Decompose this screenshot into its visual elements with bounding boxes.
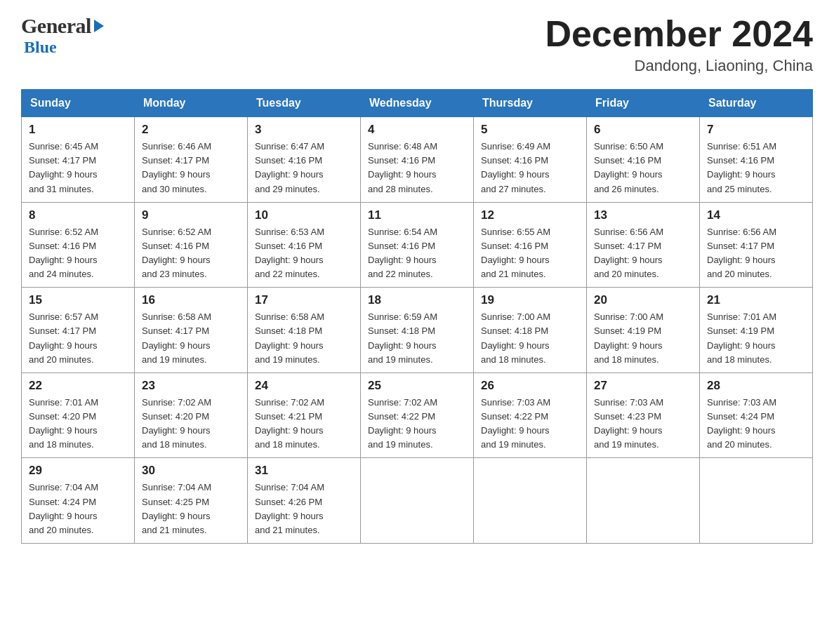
day-info: Sunrise: 6:49 AMSunset: 4:16 PMDaylight:… <box>481 140 579 196</box>
day-cell: 7Sunrise: 6:51 AMSunset: 4:16 PMDaylight… <box>700 117 813 203</box>
day-cell: 9Sunrise: 6:52 AMSunset: 4:16 PMDaylight… <box>135 202 248 288</box>
weekday-header-saturday: Saturday <box>700 90 813 117</box>
day-number: 18 <box>368 293 466 307</box>
day-info: Sunrise: 7:02 AMSunset: 4:22 PMDaylight:… <box>368 396 466 452</box>
week-row-3: 15Sunrise: 6:57 AMSunset: 4:17 PMDayligh… <box>22 288 813 373</box>
logo-general-text: General <box>21 14 91 38</box>
day-info: Sunrise: 6:59 AMSunset: 4:18 PMDaylight:… <box>368 310 466 367</box>
day-info: Sunrise: 7:02 AMSunset: 4:21 PMDaylight:… <box>255 396 353 452</box>
title-area: December 2024 Dandong, Liaoning, China <box>545 14 813 75</box>
day-number: 16 <box>142 293 240 307</box>
day-info: Sunrise: 7:01 AMSunset: 4:20 PMDaylight:… <box>29 396 127 452</box>
day-number: 15 <box>29 293 127 307</box>
day-cell: 14Sunrise: 6:56 AMSunset: 4:17 PMDayligh… <box>700 202 813 288</box>
day-cell: 16Sunrise: 6:58 AMSunset: 4:17 PMDayligh… <box>135 288 248 373</box>
day-cell: 20Sunrise: 7:00 AMSunset: 4:19 PMDayligh… <box>587 288 700 373</box>
day-cell <box>587 458 700 544</box>
day-cell: 15Sunrise: 6:57 AMSunset: 4:17 PMDayligh… <box>22 288 135 373</box>
day-info: Sunrise: 7:04 AMSunset: 4:24 PMDaylight:… <box>29 481 127 537</box>
day-cell: 22Sunrise: 7:01 AMSunset: 4:20 PMDayligh… <box>22 373 135 458</box>
day-info: Sunrise: 7:03 AMSunset: 4:23 PMDaylight:… <box>594 396 692 452</box>
day-number: 28 <box>707 379 805 393</box>
weekday-header-thursday: Thursday <box>474 90 587 117</box>
day-cell: 4Sunrise: 6:48 AMSunset: 4:16 PMDaylight… <box>361 117 474 203</box>
day-number: 24 <box>255 379 353 393</box>
day-number: 17 <box>255 293 353 307</box>
day-cell <box>700 458 813 544</box>
day-cell: 2Sunrise: 6:46 AMSunset: 4:17 PMDaylight… <box>135 117 248 203</box>
day-cell: 17Sunrise: 6:58 AMSunset: 4:18 PMDayligh… <box>248 288 361 373</box>
day-info: Sunrise: 6:55 AMSunset: 4:16 PMDaylight:… <box>481 225 579 282</box>
day-info: Sunrise: 7:03 AMSunset: 4:24 PMDaylight:… <box>707 396 805 452</box>
week-row-1: 1Sunrise: 6:45 AMSunset: 4:17 PMDaylight… <box>22 117 813 203</box>
day-number: 25 <box>368 379 466 393</box>
day-cell: 27Sunrise: 7:03 AMSunset: 4:23 PMDayligh… <box>587 373 700 458</box>
calendar-table: SundayMondayTuesdayWednesdayThursdayFrid… <box>21 89 813 544</box>
day-info: Sunrise: 6:52 AMSunset: 4:16 PMDaylight:… <box>29 225 127 282</box>
day-number: 1 <box>29 123 127 137</box>
day-number: 7 <box>707 123 805 137</box>
day-cell: 11Sunrise: 6:54 AMSunset: 4:16 PMDayligh… <box>361 202 474 288</box>
day-info: Sunrise: 7:04 AMSunset: 4:25 PMDaylight:… <box>142 481 240 537</box>
day-number: 4 <box>368 123 466 137</box>
month-year-title: December 2024 <box>545 14 813 54</box>
day-cell: 30Sunrise: 7:04 AMSunset: 4:25 PMDayligh… <box>135 458 248 544</box>
location-subtitle: Dandong, Liaoning, China <box>545 57 813 75</box>
weekday-header-friday: Friday <box>587 90 700 117</box>
day-info: Sunrise: 6:47 AMSunset: 4:16 PMDaylight:… <box>255 140 353 196</box>
day-number: 29 <box>29 464 127 478</box>
day-cell: 28Sunrise: 7:03 AMSunset: 4:24 PMDayligh… <box>700 373 813 458</box>
day-info: Sunrise: 6:53 AMSunset: 4:16 PMDaylight:… <box>255 225 353 282</box>
day-info: Sunrise: 6:52 AMSunset: 4:16 PMDaylight:… <box>142 225 240 282</box>
day-cell: 18Sunrise: 6:59 AMSunset: 4:18 PMDayligh… <box>361 288 474 373</box>
day-cell: 1Sunrise: 6:45 AMSunset: 4:17 PMDaylight… <box>22 117 135 203</box>
weekday-header-monday: Monday <box>135 90 248 117</box>
logo-blue-text: Blue <box>24 38 57 57</box>
day-info: Sunrise: 7:02 AMSunset: 4:20 PMDaylight:… <box>142 396 240 452</box>
logo-arrow-icon <box>94 20 104 32</box>
page-header: General Blue December 2024 Dandong, Liao… <box>21 14 813 75</box>
day-info: Sunrise: 6:56 AMSunset: 4:17 PMDaylight:… <box>707 225 805 282</box>
day-number: 30 <box>142 464 240 478</box>
day-cell: 6Sunrise: 6:50 AMSunset: 4:16 PMDaylight… <box>587 117 700 203</box>
week-row-2: 8Sunrise: 6:52 AMSunset: 4:16 PMDaylight… <box>22 202 813 288</box>
day-cell: 3Sunrise: 6:47 AMSunset: 4:16 PMDaylight… <box>248 117 361 203</box>
day-number: 13 <box>594 208 692 222</box>
day-info: Sunrise: 6:51 AMSunset: 4:16 PMDaylight:… <box>707 140 805 196</box>
day-cell: 12Sunrise: 6:55 AMSunset: 4:16 PMDayligh… <box>474 202 587 288</box>
day-info: Sunrise: 6:46 AMSunset: 4:17 PMDaylight:… <box>142 140 240 196</box>
day-number: 3 <box>255 123 353 137</box>
day-cell: 5Sunrise: 6:49 AMSunset: 4:16 PMDaylight… <box>474 117 587 203</box>
day-cell: 31Sunrise: 7:04 AMSunset: 4:26 PMDayligh… <box>248 458 361 544</box>
day-number: 22 <box>29 379 127 393</box>
day-number: 12 <box>481 208 579 222</box>
day-number: 23 <box>142 379 240 393</box>
day-cell: 19Sunrise: 7:00 AMSunset: 4:18 PMDayligh… <box>474 288 587 373</box>
day-info: Sunrise: 6:58 AMSunset: 4:18 PMDaylight:… <box>255 310 353 367</box>
week-row-5: 29Sunrise: 7:04 AMSunset: 4:24 PMDayligh… <box>22 458 813 544</box>
day-number: 20 <box>594 293 692 307</box>
day-info: Sunrise: 6:45 AMSunset: 4:17 PMDaylight:… <box>29 140 127 196</box>
day-info: Sunrise: 6:54 AMSunset: 4:16 PMDaylight:… <box>368 225 466 282</box>
day-cell <box>361 458 474 544</box>
day-cell: 8Sunrise: 6:52 AMSunset: 4:16 PMDaylight… <box>22 202 135 288</box>
weekday-header-row: SundayMondayTuesdayWednesdayThursdayFrid… <box>22 90 813 117</box>
logo: General Blue <box>21 14 104 57</box>
day-number: 14 <box>707 208 805 222</box>
day-number: 6 <box>594 123 692 137</box>
day-info: Sunrise: 7:00 AMSunset: 4:19 PMDaylight:… <box>594 310 692 367</box>
day-cell: 23Sunrise: 7:02 AMSunset: 4:20 PMDayligh… <box>135 373 248 458</box>
day-cell: 26Sunrise: 7:03 AMSunset: 4:22 PMDayligh… <box>474 373 587 458</box>
day-info: Sunrise: 7:00 AMSunset: 4:18 PMDaylight:… <box>481 310 579 367</box>
day-number: 27 <box>594 379 692 393</box>
weekday-header-wednesday: Wednesday <box>361 90 474 117</box>
day-number: 21 <box>707 293 805 307</box>
day-info: Sunrise: 7:03 AMSunset: 4:22 PMDaylight:… <box>481 396 579 452</box>
day-number: 5 <box>481 123 579 137</box>
day-cell: 24Sunrise: 7:02 AMSunset: 4:21 PMDayligh… <box>248 373 361 458</box>
day-info: Sunrise: 7:04 AMSunset: 4:26 PMDaylight:… <box>255 481 353 537</box>
week-row-4: 22Sunrise: 7:01 AMSunset: 4:20 PMDayligh… <box>22 373 813 458</box>
day-number: 8 <box>29 208 127 222</box>
day-info: Sunrise: 6:48 AMSunset: 4:16 PMDaylight:… <box>368 140 466 196</box>
day-info: Sunrise: 6:57 AMSunset: 4:17 PMDaylight:… <box>29 310 127 367</box>
